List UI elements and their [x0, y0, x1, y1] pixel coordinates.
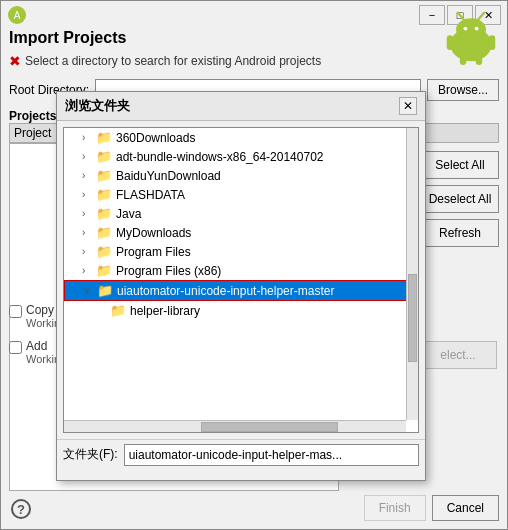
file-browser-item-label: helper-library — [130, 304, 200, 318]
folder-icon: 📁 — [96, 187, 112, 202]
deselect-all-button[interactable]: Deselect All — [421, 185, 499, 213]
file-browser-item[interactable]: ›📁FLASHDATA — [64, 185, 418, 204]
file-browser-bottom: 文件夹(F): — [57, 439, 425, 469]
folder-icon: 📁 — [96, 168, 112, 183]
file-browser-tree-inner[interactable]: ›📁360Downloads›📁adt-bundle-windows-x86_6… — [64, 128, 418, 432]
import-subtitle-text: Select a directory to search for existin… — [25, 54, 321, 68]
file-browser-scrollbar-v[interactable] — [406, 128, 418, 420]
folder-icon: 📁 — [110, 303, 126, 318]
projects-label: Projects: — [9, 109, 60, 123]
expand-button[interactable]: › — [82, 208, 96, 219]
svg-line-8 — [478, 13, 484, 20]
svg-rect-11 — [460, 56, 467, 65]
folder-icon: 📁 — [96, 263, 112, 278]
finish-button[interactable]: Finish — [364, 495, 426, 521]
file-browser-item-label: Program Files — [116, 245, 191, 259]
project-column-header: Project — [14, 126, 51, 140]
file-browser-title: 浏览文件夹 — [65, 97, 130, 115]
android-title-icon: A — [7, 5, 27, 25]
svg-line-7 — [458, 13, 464, 20]
file-browser-titlebar: 浏览文件夹 ✕ — [57, 92, 425, 121]
file-browser-item[interactable]: ∨📁uiautomator-unicode-input-helper-maste… — [64, 280, 418, 301]
file-browser-item[interactable]: ›📁360Downloads — [64, 128, 418, 147]
import-subtitle: ✖ Select a directory to search for exist… — [9, 53, 321, 69]
file-browser-item[interactable]: ›📁Program Files (x86) — [64, 261, 418, 280]
file-browser-close-button[interactable]: ✕ — [399, 97, 417, 115]
folder-icon: 📁 — [96, 244, 112, 259]
file-browser-item[interactable]: ›📁adt-bundle-windows-x86_64-20140702 — [64, 147, 418, 166]
expand-button[interactable]: › — [82, 265, 96, 276]
file-browser-item[interactable]: ›📁Java — [64, 204, 418, 223]
file-browser-scrollbar-h[interactable] — [64, 420, 406, 432]
file-browser-tree[interactable]: ›📁360Downloads›📁adt-bundle-windows-x86_6… — [63, 127, 419, 433]
copy-checkbox[interactable] — [9, 305, 22, 318]
folder-icon: 📁 — [97, 283, 113, 298]
folder-icon: 📁 — [96, 130, 112, 145]
minimize-button[interactable]: − — [419, 5, 445, 25]
svg-rect-10 — [489, 35, 496, 50]
scrollbar-v-thumb[interactable] — [408, 274, 417, 362]
bottom-buttons: Finish Cancel — [364, 495, 499, 521]
expand-button[interactable]: › — [82, 189, 96, 200]
file-browser-item[interactable]: ›📁MyDownloads — [64, 223, 418, 242]
main-dialog-titlebar: A − □ ✕ — [1, 1, 507, 29]
expand-button[interactable]: › — [82, 151, 96, 162]
file-browser-item-label: Program Files (x86) — [116, 264, 221, 278]
error-icon: ✖ — [9, 53, 21, 69]
file-browser-item[interactable]: ›📁BaiduYunDownload — [64, 166, 418, 185]
file-browser-item-label: adt-bundle-windows-x86_64-20140702 — [116, 150, 323, 164]
svg-text:A: A — [14, 10, 21, 21]
scrollbar-h-thumb[interactable] — [201, 422, 338, 432]
file-browser-bottom-label: 文件夹(F): — [63, 446, 118, 463]
page-title: Import Projects — [9, 29, 126, 47]
folder-icon: 📁 — [96, 206, 112, 221]
select-area-button: elect... — [419, 341, 497, 369]
refresh-button[interactable]: Refresh — [421, 219, 499, 247]
expand-button[interactable]: › — [82, 246, 96, 257]
file-browser-item[interactable]: 📁helper-library — [64, 301, 418, 320]
android-logo-icon — [443, 9, 499, 65]
folder-icon: 📁 — [96, 149, 112, 164]
file-browser-item-label: uiautomator-unicode-input-helper-master — [117, 284, 334, 298]
file-browser-dialog: 浏览文件夹 ✕ ›📁360Downloads›📁adt-bundle-windo… — [56, 91, 426, 481]
main-dialog: A − □ ✕ Import Proj — [0, 0, 508, 530]
browse-button[interactable]: Browse... — [427, 79, 499, 101]
file-browser-item-label: MyDownloads — [116, 226, 191, 240]
expand-button[interactable]: › — [82, 170, 96, 181]
android-logo-container — [443, 9, 499, 68]
cancel-button[interactable]: Cancel — [432, 495, 499, 521]
svg-rect-9 — [447, 35, 454, 50]
file-browser-item-label: 360Downloads — [116, 131, 195, 145]
file-browser-item-label: FLASHDATA — [116, 188, 185, 202]
file-browser-item-label: BaiduYunDownload — [116, 169, 221, 183]
file-browser-content: ›📁360Downloads›📁adt-bundle-windows-x86_6… — [57, 121, 425, 439]
help-icon[interactable]: ? — [11, 499, 31, 519]
expand-button[interactable]: › — [82, 227, 96, 238]
svg-point-4 — [456, 18, 486, 40]
svg-point-5 — [464, 27, 468, 31]
select-all-button[interactable]: Select All — [421, 151, 499, 179]
folder-icon: 📁 — [96, 225, 112, 240]
expand-button[interactable]: › — [82, 132, 96, 143]
svg-rect-12 — [476, 56, 483, 65]
file-browser-path-input[interactable] — [124, 444, 419, 466]
add-checkbox[interactable] — [9, 341, 22, 354]
svg-point-6 — [475, 27, 479, 31]
expand-button[interactable]: ∨ — [83, 285, 97, 296]
file-browser-item-label: Java — [116, 207, 141, 221]
right-buttons: Select All Deselect All Refresh — [421, 151, 499, 247]
file-browser-item[interactable]: ›📁Program Files — [64, 242, 418, 261]
